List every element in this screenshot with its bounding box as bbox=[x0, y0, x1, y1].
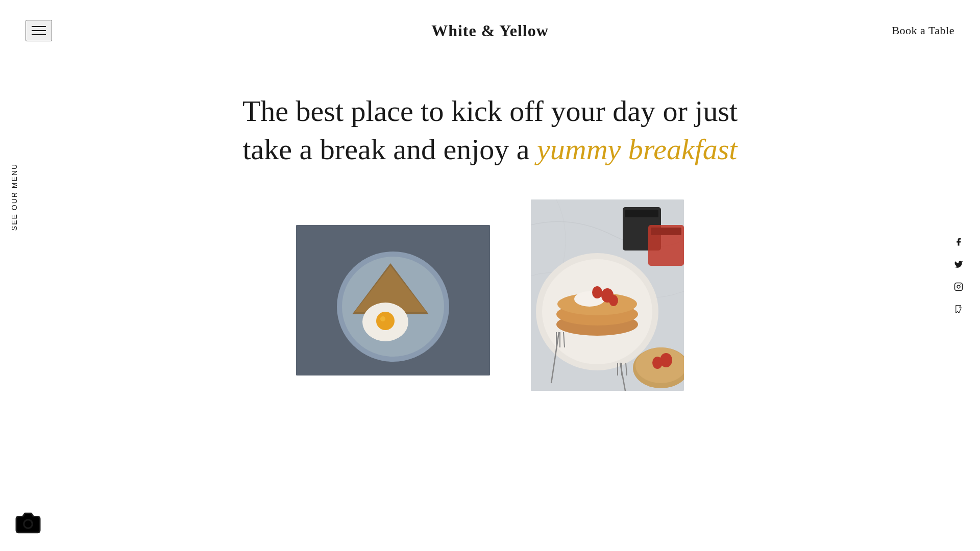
site-title: White & Yellow bbox=[431, 21, 549, 40]
hamburger-line-3 bbox=[32, 34, 46, 35]
hero-line-2-highlight: yummy breakfast bbox=[537, 133, 737, 166]
svg-rect-12 bbox=[625, 210, 658, 217]
hamburger-line-1 bbox=[32, 26, 46, 27]
svg-point-35 bbox=[652, 357, 663, 369]
hamburger-line-2 bbox=[32, 30, 46, 31]
site-header: White & Yellow Book a Table bbox=[0, 0, 980, 61]
food-image-pancakes bbox=[531, 199, 684, 391]
book-table-button[interactable]: Book a Table bbox=[892, 24, 954, 37]
svg-point-8 bbox=[376, 312, 395, 330]
main-content: The best place to kick off your day or j… bbox=[0, 61, 980, 551]
svg-point-36 bbox=[24, 520, 33, 529]
hamburger-menu-button[interactable] bbox=[26, 20, 52, 41]
hero-text: The best place to kick off your day or j… bbox=[242, 92, 738, 169]
svg-rect-14 bbox=[651, 228, 681, 235]
hero-line-1: The best place to kick off your day or j… bbox=[242, 92, 738, 130]
food-image-egg-toast bbox=[296, 225, 490, 375]
svg-point-22 bbox=[592, 286, 602, 298]
camera-icon[interactable] bbox=[15, 510, 41, 536]
svg-point-9 bbox=[380, 316, 385, 321]
hero-line-2: take a break and enjoy a yummy breakfast bbox=[242, 130, 738, 168]
food-images-container bbox=[296, 199, 684, 391]
hero-line-2-plain: take a break and enjoy a bbox=[243, 133, 537, 166]
svg-point-23 bbox=[609, 295, 618, 306]
